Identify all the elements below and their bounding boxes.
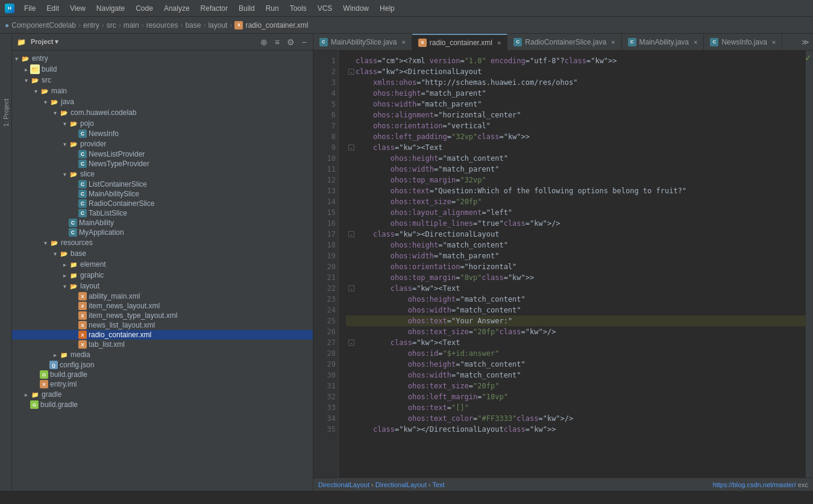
code-line-13[interactable]: ohos:text="Question:Which of the followi… bbox=[346, 185, 806, 196]
tree-item-item_news_layout.xml[interactable]: Xitem_news_layout.xml bbox=[12, 301, 313, 311]
menu-item-view[interactable]: View bbox=[65, 3, 90, 14]
tree-item-provider[interactable]: ▾📂provider bbox=[12, 138, 313, 149]
menu-item-edit[interactable]: Edit bbox=[42, 3, 64, 14]
fold-indicator-2[interactable]: - bbox=[348, 69, 354, 75]
tree-item-config.json[interactable]: {}config.json bbox=[12, 360, 313, 370]
code-line-11[interactable]: ohos:width="match_parent" bbox=[346, 164, 806, 175]
tab-close-NewsInfo[interactable]: × bbox=[772, 39, 776, 46]
breadcrumb-item-3[interactable]: src bbox=[107, 21, 116, 30]
tab-RadioContainerSlice[interactable]: CRadioContainerSlice.java× bbox=[507, 34, 621, 50]
tree-item-radio_container.xml[interactable]: Xradio_container.xml bbox=[12, 330, 313, 340]
tree-item-element[interactable]: ▸📁element bbox=[12, 259, 313, 270]
tree-item-NewsTypeProvider[interactable]: CNewsTypeProvider bbox=[12, 159, 313, 169]
breadcrumb-item-8[interactable]: radio_container.xml bbox=[245, 21, 308, 30]
code-line-15[interactable]: ohos:layout_alignment="left" bbox=[346, 207, 806, 218]
tree-item-pojo[interactable]: ▾📂pojo bbox=[12, 118, 313, 129]
code-line-22[interactable]: - class="kw"><Text bbox=[346, 283, 806, 294]
tree-item-build[interactable]: ▸📁build bbox=[12, 64, 313, 75]
tree-item-gradle-folder[interactable]: ▸📁gradle bbox=[12, 389, 313, 400]
code-line-19[interactable]: ohos:width="match_parent" bbox=[346, 250, 806, 261]
tree-item-com.huawei.codelab[interactable]: ▾📂com.huawei.codelab bbox=[12, 107, 313, 118]
code-line-18[interactable]: ohos:height="match_content" bbox=[346, 240, 806, 250]
menu-item-build[interactable]: Build bbox=[234, 3, 260, 14]
tab-close-MainAbility[interactable]: × bbox=[694, 39, 697, 46]
tree-item-MyApplication[interactable]: CMyApplication bbox=[12, 228, 313, 237]
tree-item-NewsListProvider[interactable]: CNewsListProvider bbox=[12, 149, 313, 159]
tree-item-build.gradle-root[interactable]: Gbuild.gradle bbox=[12, 400, 313, 409]
tab-menu-button[interactable]: ≫ bbox=[798, 34, 813, 50]
menu-item-window[interactable]: Window bbox=[338, 3, 374, 14]
breadcrumb-item-4[interactable]: main bbox=[124, 21, 139, 30]
tab-MainAbilitySlice[interactable]: CMainAbilitySlice.java× bbox=[313, 34, 412, 50]
settings-icon[interactable]: ⚙ bbox=[286, 36, 296, 48]
tree-item-slice[interactable]: ▾📂slice bbox=[12, 169, 313, 179]
tree-item-RadioContainerSlice[interactable]: CRadioContainerSlice bbox=[12, 199, 313, 208]
code-line-3[interactable]: xmlns:ohos="http://schemas.huawei.com/re… bbox=[346, 77, 806, 88]
tree-item-item_news_type_layout.xml[interactable]: Xitem_news_type_layout.xml bbox=[12, 311, 313, 320]
status-bc-1[interactable]: DirectionalLayout bbox=[318, 481, 369, 488]
code-line-6[interactable]: ohos:alignment="horizontal_center" bbox=[346, 110, 806, 120]
code-line-32[interactable]: ohos:left_margin="18vp" bbox=[346, 391, 806, 402]
breadcrumb-item-1[interactable]: ComponentCodelab bbox=[11, 21, 76, 30]
code-line-35[interactable]: class="kw"></DirectionalLayoutclass="kw"… bbox=[346, 424, 806, 435]
code-line-1[interactable]: class="cm"><?xml version="1.0" encoding=… bbox=[346, 55, 806, 66]
breadcrumb-item-2[interactable]: entry bbox=[83, 21, 99, 30]
code-line-26[interactable]: ohos:text_size="20fp"class="kw">/> bbox=[346, 326, 806, 337]
tab-radio_container[interactable]: Xradio_container.xml× bbox=[412, 34, 508, 50]
tree-item-ListContainerSlice[interactable]: CListContainerSlice bbox=[12, 179, 313, 189]
tree-item-layout[interactable]: ▾📂layout bbox=[12, 281, 313, 291]
tree-item-src[interactable]: ▾📂src bbox=[12, 75, 313, 86]
tree-item-entry[interactable]: ▾📂entry bbox=[12, 53, 313, 64]
tree-item-ability_main.xml[interactable]: Xability_main.xml bbox=[12, 291, 313, 301]
fold-indicator-9[interactable]: - bbox=[348, 145, 354, 151]
tree-item-java[interactable]: ▾📂java bbox=[12, 96, 313, 107]
tree-item-main[interactable]: ▾📂main bbox=[12, 86, 313, 96]
tree-item-entry.iml[interactable]: Xentry.iml bbox=[12, 379, 313, 389]
code-line-33[interactable]: ohos:text="[]" bbox=[346, 402, 806, 413]
tree-item-TabListSlice[interactable]: CTabListSlice bbox=[12, 208, 313, 218]
code-line-2[interactable]: -class="kw"><DirectionalLayout bbox=[346, 66, 806, 77]
code-line-5[interactable]: ohos:width="match_parent" bbox=[346, 99, 806, 110]
tree-item-build.gradle-entry[interactable]: Gbuild.gradle bbox=[12, 370, 313, 379]
fold-indicator-17[interactable]: - bbox=[348, 231, 354, 237]
tree-item-MainAbility[interactable]: CMainAbility bbox=[12, 218, 313, 228]
code-line-23[interactable]: ohos:height="match_content" bbox=[346, 294, 806, 305]
menu-item-tools[interactable]: Tools bbox=[285, 3, 312, 14]
code-line-10[interactable]: ohos:height="match_content" bbox=[346, 153, 806, 164]
code-line-8[interactable]: ohos:left_padding="32vp"class="kw">> bbox=[346, 131, 806, 142]
menu-item-navigate[interactable]: Navigate bbox=[92, 3, 130, 14]
code-content[interactable]: class="cm"><?xml version="1.0" encoding=… bbox=[339, 51, 806, 478]
tree-item-graphic[interactable]: ▸📁graphic bbox=[12, 270, 313, 281]
code-line-16[interactable]: ohos:multiple_lines="true"class="kw">/> bbox=[346, 218, 806, 229]
code-line-25[interactable]: ohos:text="Your Answer:" bbox=[346, 316, 806, 326]
tab-close-MainAbilitySlice[interactable]: × bbox=[401, 39, 405, 46]
status-bc-2[interactable]: DirectionalLayout bbox=[375, 481, 427, 488]
filter-icon[interactable]: ≡ bbox=[274, 36, 281, 48]
tree-item-NewsInfo[interactable]: CNewsInfo bbox=[12, 129, 313, 138]
fold-indicator-27[interactable]: - bbox=[348, 340, 354, 346]
project-vtab[interactable]: 1: Project bbox=[0, 94, 12, 131]
code-line-17[interactable]: - class="kw"><DirectionalLayout bbox=[346, 229, 806, 240]
fold-indicator-22[interactable]: - bbox=[348, 285, 354, 291]
menu-item-vcs[interactable]: VCS bbox=[313, 3, 337, 14]
code-line-21[interactable]: ohos:top_margin="8vp"class="kw">> bbox=[346, 272, 806, 283]
code-line-27[interactable]: - class="kw"><Text bbox=[346, 337, 806, 348]
code-line-14[interactable]: ohos:text_size="20fp" bbox=[346, 196, 806, 207]
menu-item-help[interactable]: Help bbox=[375, 3, 400, 14]
tree-item-tab_list.xml[interactable]: Xtab_list.xml bbox=[12, 340, 313, 349]
code-line-12[interactable]: ohos:top_margin="32vp" bbox=[346, 175, 806, 185]
minimize-icon[interactable]: − bbox=[301, 36, 308, 48]
add-icon[interactable]: ⊕ bbox=[259, 36, 269, 48]
code-line-20[interactable]: ohos:orientation="horizontal" bbox=[346, 261, 806, 272]
menu-item-run[interactable]: Run bbox=[261, 3, 284, 14]
menu-item-code[interactable]: Code bbox=[131, 3, 158, 14]
tab-NewsInfo[interactable]: CNewsInfo.java× bbox=[704, 34, 782, 50]
code-line-7[interactable]: ohos:orientation="vertical" bbox=[346, 120, 806, 131]
tree-item-media[interactable]: ▸📁media bbox=[12, 349, 313, 360]
tree-item-resources[interactable]: ▾📂resources bbox=[12, 237, 313, 248]
menu-item-file[interactable]: File bbox=[19, 3, 40, 14]
code-line-24[interactable]: ohos:width="match_content" bbox=[346, 305, 806, 316]
status-bc-3[interactable]: Text bbox=[432, 481, 444, 488]
tab-close-RadioContainerSlice[interactable]: × bbox=[611, 39, 615, 46]
code-line-34[interactable]: ohos:text_color="#FF3333"class="kw">/> bbox=[346, 413, 806, 424]
